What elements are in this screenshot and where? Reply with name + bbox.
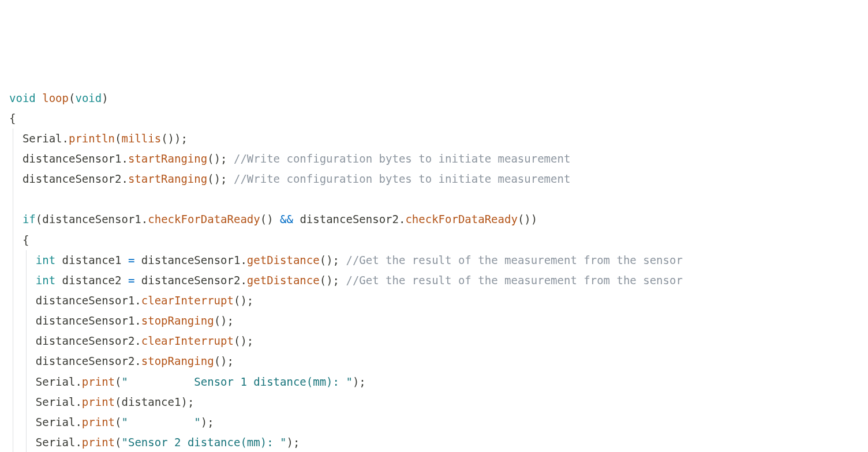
code-line: if(distanceSensor1.checkForDataReady() &… [9,209,868,229]
token-fn: clearInterrupt [141,334,234,347]
token-fn: millis [121,132,161,145]
code-line: distanceSensor2.startRanging(); //Write … [9,169,868,189]
token-id: distanceSensor2. [9,172,128,185]
token-id: ); [286,436,300,449]
code-line: { [9,108,868,129]
token-id: (); [320,254,346,266]
token-id: (); [320,274,346,287]
token-id: (distanceSensor1. [36,213,148,225]
token-id: (); [234,334,253,347]
token-fn: print [82,436,115,449]
token-id: ( [115,416,121,428]
token-id: distanceSensor2. [293,213,405,225]
code-block: void loop(void){ Serial.println(millis()… [9,88,868,452]
token-fn: stopRanging [141,314,214,327]
indent-guide [26,250,27,452]
token-id: ()); [161,132,188,145]
token-cmt: //Write configuration bytes to initiate … [234,172,570,185]
token-kw: void [9,92,36,104]
code-line: Serial.println(millis()); [9,129,868,149]
token-id: ) [102,92,108,104]
token-fn: print [82,396,115,408]
token-kw: void [75,92,102,104]
token-id: ()) [518,213,537,225]
token-op: && [280,213,293,225]
code-line: distanceSensor1.clearInterrupt(); [9,291,868,311]
token-id: (); [214,314,234,327]
token-id: distanceSensor2. [9,355,141,367]
token-id: distanceSensor1. [9,314,141,327]
code-line: void loop(void) [9,88,868,108]
code-line: { [9,230,868,250]
token-id: { [9,112,16,125]
token-id: distance1 [55,254,128,266]
token-fn: stopRanging [141,355,214,367]
token-id: (); [234,294,253,307]
code-line: distanceSensor2.stopRanging(); [9,351,868,371]
token-fn: startRanging [128,172,207,185]
token-id: Serial. [9,132,69,145]
token-id: () [260,213,280,225]
token-str: " Sensor 1 distance(mm): " [122,375,353,388]
token-id: ( [69,92,75,104]
token-id: distanceSensor2. [134,274,246,287]
token-op: = [128,254,134,266]
token-fn: getDistance [247,254,320,266]
token-fn: print [82,416,115,428]
token-id: ( [115,375,121,388]
token-cmt: //Write configuration bytes to initiate … [234,152,570,165]
token-fn: println [69,132,115,145]
token-fn: getDistance [247,274,320,287]
token-kw: if [23,213,36,225]
token-id: (); [207,172,234,185]
token-cmt: //Get the result of the measurement from… [346,274,682,287]
token-fn: loop [42,92,69,104]
token-id: ); [201,416,214,428]
code-line: distanceSensor2.clearInterrupt(); [9,331,868,351]
token-fn: checkForDataReady [148,213,260,225]
token-kw: int [36,274,55,287]
code-line: int distance1 = distanceSensor1.getDista… [9,250,868,270]
token-id: distanceSensor1. [134,254,246,266]
token-cmt: //Get the result of the measurement from… [346,254,682,266]
token-kw: int [36,254,55,266]
token-fn: startRanging [128,152,207,165]
token-str: "Sensor 2 distance(mm): " [122,436,287,449]
token-id [9,254,36,266]
token-fn: clearInterrupt [141,294,234,307]
token-id: distance2 [55,274,128,287]
token-id: (); [214,355,234,367]
token-id [36,92,42,104]
token-id: Serial. [9,375,82,388]
token-id: (distance1); [115,396,194,408]
code-line: Serial.print(distance1); [9,392,868,412]
token-id: ( [115,436,121,449]
token-fn: checkForDataReady [405,213,517,225]
token-id: Serial. [9,416,82,428]
code-line: Serial.print(" "); [9,412,868,432]
token-op: = [128,274,134,287]
token-fn: print [82,375,115,388]
code-line: Serial.print(" Sensor 1 distance(mm): ")… [9,372,868,392]
token-id: ); [353,375,366,388]
code-line: distanceSensor1.startRanging(); //Write … [9,149,868,169]
code-line: int distance2 = distanceSensor2.getDista… [9,270,868,291]
code-line: Serial.print("Sensor 2 distance(mm): "); [9,432,868,452]
code-line [9,189,868,209]
token-id [9,213,23,225]
token-id: distanceSensor1. [9,294,141,307]
token-str: " " [122,416,201,428]
token-id: distanceSensor2. [9,334,141,347]
code-line: distanceSensor1.stopRanging(); [9,311,868,331]
token-id: (); [207,152,234,165]
indent-guide [13,129,13,452]
token-id: ( [115,132,121,145]
token-id: distanceSensor1. [9,152,128,165]
token-id [9,274,36,287]
token-id: Serial. [9,436,82,449]
token-id: Serial. [9,396,82,408]
